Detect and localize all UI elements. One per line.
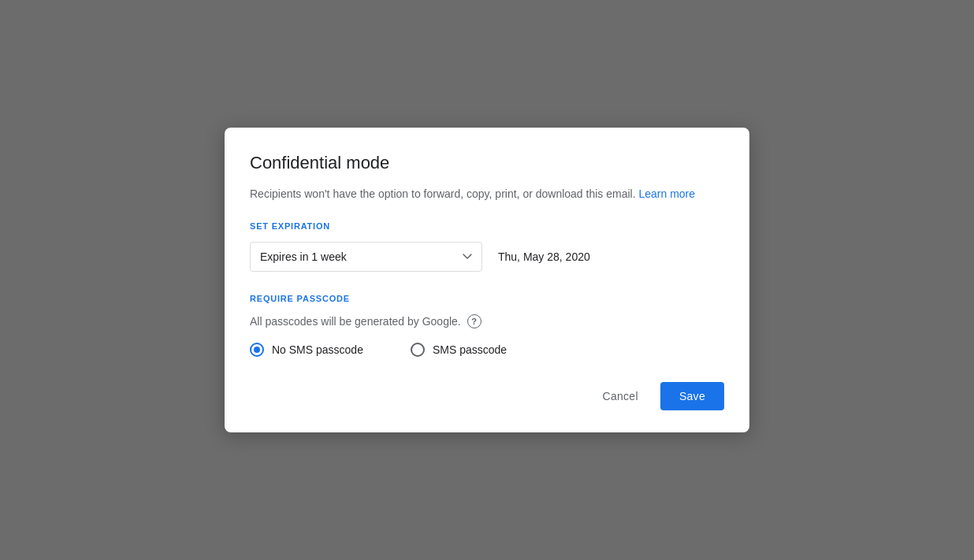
passcode-description-text: All passcodes will be generated by Googl… (250, 315, 461, 328)
radio-sms-label: SMS passcode (433, 343, 507, 356)
dialog-description: Recipients won't have the option to forw… (250, 186, 724, 202)
save-button[interactable]: Save (660, 382, 724, 410)
require-passcode-label: REQUIRE PASSCODE (250, 294, 724, 303)
dialog-footer: Cancel Save (250, 379, 724, 410)
radio-row: No SMS passcode SMS passcode (250, 343, 724, 357)
passcode-description-row: All passcodes will be generated by Googl… (250, 314, 724, 328)
radio-no-sms-label: No SMS passcode (272, 343, 363, 356)
radio-no-sms[interactable] (250, 343, 264, 357)
cancel-button[interactable]: Cancel (586, 382, 653, 410)
dialog-title: Confidential mode (250, 153, 724, 173)
set-expiration-label: SET EXPIRATION (250, 221, 724, 231)
dialog-description-text: Recipients won't have the option to forw… (250, 187, 636, 200)
radio-option-sms[interactable]: SMS passcode (411, 343, 507, 357)
passcode-section: REQUIRE PASSCODE All passcodes will be g… (250, 294, 724, 357)
expiration-select[interactable]: No expiration Expires in 1 day Expires i… (250, 242, 482, 272)
radio-option-no-sms[interactable]: No SMS passcode (250, 343, 363, 357)
radio-sms[interactable] (411, 343, 425, 357)
help-icon[interactable]: ? (467, 314, 481, 328)
confidential-mode-dialog: Confidential mode Recipients won't have … (225, 128, 749, 432)
learn-more-link[interactable]: Learn more (638, 187, 695, 200)
expiration-date: Thu, May 28, 2020 (498, 250, 590, 263)
expiration-row: No expiration Expires in 1 day Expires i… (250, 242, 724, 272)
